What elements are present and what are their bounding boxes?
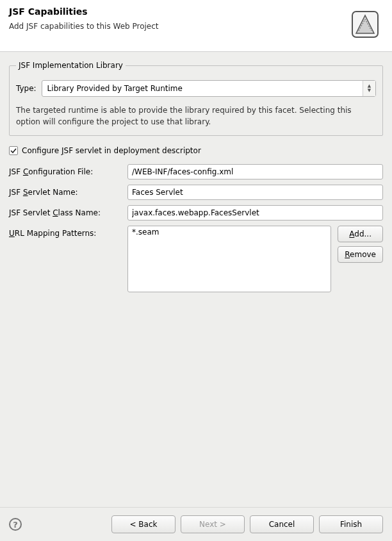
config-file-label: JSF Configuration File: [9,164,121,176]
remove-button[interactable]: Remove [338,246,383,263]
type-combo-value: Library Provided by Target Runtime [42,81,363,96]
url-mapping-item[interactable]: *.seam [132,228,327,237]
url-mapping-listbox[interactable]: *.seam [127,226,331,292]
back-button[interactable]: < Back [111,515,176,533]
checkbox-icon [9,146,18,155]
servlet-class-label: JSF Servlet Class Name: [9,205,121,217]
impl-library-legend: JSF Implementation Library [16,61,126,70]
impl-library-group: JSF Implementation Library Type: Library… [9,61,383,136]
servlet-name-input[interactable] [127,185,383,200]
wizard-banner-icon [347,6,383,42]
finish-button[interactable]: Finish [319,515,383,533]
impl-library-info: The targeted runtime is able to provide … [16,104,376,128]
help-icon[interactable]: ? [9,518,22,531]
page-title: JSF Capabilities [9,6,347,17]
next-button: Next > [181,515,245,533]
wizard-content: JSF Implementation Library Type: Library… [0,52,392,507]
add-button[interactable]: Add... [338,226,383,242]
servlet-class-input[interactable] [127,205,383,221]
cancel-button[interactable]: Cancel [250,515,314,533]
url-mapping-label: URL Mapping Patterns: [9,226,121,238]
wizard-header: JSF Capabilities Add JSF capabilities to… [0,0,392,52]
configure-servlet-label: Configure JSF servlet in deployment desc… [22,146,201,155]
page-description: Add JSF capabilities to this Web Project [9,22,347,31]
servlet-name-label: JSF Servlet Name: [9,185,121,197]
combo-spinner-icon[interactable]: ▲▼ [363,81,375,96]
type-combo[interactable]: Library Provided by Target Runtime ▲▼ [42,80,376,97]
wizard-footer: ? < Back Next > Cancel Finish [0,507,392,541]
config-file-input[interactable] [127,164,383,179]
type-label: Type: [16,84,37,93]
configure-servlet-checkbox[interactable]: Configure JSF servlet in deployment desc… [9,146,383,155]
